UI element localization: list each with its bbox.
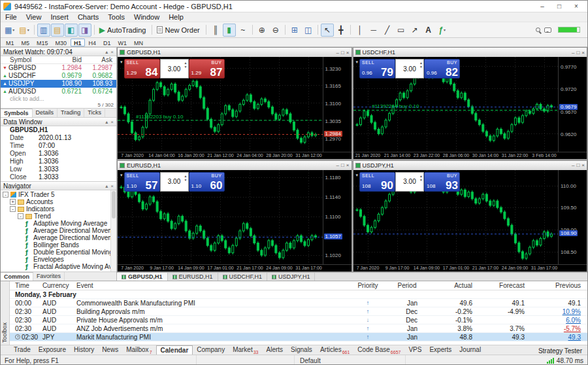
toolbox-side-strip[interactable]: Toolbox bbox=[1, 281, 10, 345]
maximize-button[interactable]: □ bbox=[551, 1, 568, 12]
sell-button[interactable]: SELL1.1057 bbox=[124, 172, 160, 192]
tab-journal[interactable]: Journal bbox=[455, 345, 485, 355]
sell-button[interactable]: SELL0.9679 bbox=[359, 59, 395, 78]
line-chart-button[interactable]: ~ bbox=[237, 24, 250, 37]
chart-close-button[interactable]: × bbox=[581, 162, 585, 168]
horizontal-line-button[interactable]: ─ bbox=[367, 24, 380, 37]
buy-button[interactable]: BUY0.9682 bbox=[424, 59, 460, 78]
strategy-tester-link[interactable]: Strategy Tester bbox=[533, 347, 587, 355]
chart-restore-button[interactable]: □ bbox=[576, 162, 580, 168]
tab-ticks[interactable]: Ticks bbox=[84, 109, 105, 117]
tab-articles[interactable]: Articles661 bbox=[316, 345, 353, 355]
chart-close-button[interactable]: × bbox=[346, 50, 350, 56]
search-icon[interactable] bbox=[536, 27, 540, 32]
column-bid[interactable]: Bid bbox=[48, 56, 82, 63]
new-chart-button[interactable]: ▦▾ bbox=[3, 24, 16, 37]
chart-title-bar[interactable]: EURUSD,H1 –□× bbox=[118, 161, 351, 170]
chart-close-button[interactable]: × bbox=[581, 50, 585, 56]
expand-icon[interactable]: + bbox=[10, 199, 16, 205]
spinner-icons[interactable]: ▲▼ bbox=[184, 61, 188, 69]
chart-minimize-button[interactable]: – bbox=[336, 162, 339, 168]
chart-plot-area[interactable]: ▾ SELL1.1057 3.00▲▼ BUY1.1060 bbox=[118, 170, 323, 265]
connection-status[interactable]: 48.70 ms bbox=[547, 357, 587, 364]
panel-close-icon[interactable]: × bbox=[110, 49, 114, 55]
menu-window[interactable]: Window bbox=[129, 12, 164, 22]
navigator-scrollbar[interactable] bbox=[110, 190, 116, 271]
tab-signals[interactable]: Signals bbox=[287, 345, 316, 355]
column-ask[interactable]: Ask bbox=[82, 56, 114, 63]
chart-tab-usdchf[interactable]: USDCHF,H1 bbox=[218, 273, 268, 281]
tree-item-indicator[interactable]: ƒFractal Adaptive Moving Aver bbox=[1, 263, 116, 270]
menu-charts[interactable]: Charts bbox=[73, 12, 103, 22]
timeframe-m5[interactable]: M5 bbox=[18, 39, 33, 46]
market-watch-row[interactable]: ▲ USDCHF 0.9679 0.9682 bbox=[1, 72, 116, 80]
timeframe-h1[interactable]: H1 bbox=[71, 39, 85, 46]
buy-button[interactable]: BUY1.1060 bbox=[189, 172, 225, 192]
collapse-icon[interactable]: - bbox=[18, 213, 24, 219]
minimize-button[interactable]: – bbox=[534, 1, 551, 12]
tree-item-indicator[interactable]: ƒDouble Exponential Moving Av bbox=[1, 249, 116, 256]
col-priority[interactable]: Priority bbox=[350, 282, 386, 289]
tab-favorites[interactable]: Favorites bbox=[33, 272, 65, 281]
spinner-icons[interactable]: ▲▼ bbox=[419, 61, 423, 69]
panel-menu-icon[interactable]: ▴ bbox=[105, 49, 108, 55]
indicators-button[interactable]: ƒ▾ bbox=[436, 24, 449, 37]
sell-button[interactable]: SELL1.2984 bbox=[124, 59, 160, 78]
profile-selector[interactable]: Default bbox=[295, 355, 406, 365]
column-symbol[interactable]: Symbol bbox=[1, 56, 48, 63]
cursor-button[interactable]: ↖ bbox=[321, 24, 334, 37]
tree-item-accounts[interactable]: +Accounts bbox=[1, 198, 116, 205]
buy-button[interactable]: BUY1.2987 bbox=[189, 59, 225, 78]
bar-chart-button[interactable]: ║ bbox=[209, 24, 222, 37]
chart-plot-area[interactable]: ▾ SELL0.9679 3.00▲▼ BUY0.9682 #11392204 … bbox=[353, 57, 559, 152]
calendar-row-selected[interactable]: 02:30 JPY Markit Manufacturing PMI ↑ Jan… bbox=[10, 333, 587, 341]
chart-title-bar[interactable]: USDCHF,H1 –□× bbox=[353, 48, 587, 57]
navigator-toggle[interactable]: ◧ bbox=[65, 24, 78, 37]
market-watch-title-bar[interactable]: Market Watch: 09:07:04 ▴× bbox=[1, 47, 116, 56]
col-event[interactable]: Event bbox=[76, 282, 350, 289]
tile-windows-button[interactable]: ⊞ bbox=[288, 24, 301, 37]
tab-news[interactable]: News bbox=[98, 345, 122, 355]
col-period[interactable]: Period bbox=[386, 282, 428, 289]
text-button[interactable]: A bbox=[422, 24, 435, 37]
col-previous[interactable]: Previous bbox=[531, 282, 587, 289]
lot-size-input[interactable]: 3.00▲▼ bbox=[160, 172, 189, 192]
tab-mailbox[interactable]: Mailbox7 bbox=[122, 345, 155, 355]
tree-item-indicator[interactable]: ƒAdaptive Moving Average bbox=[1, 220, 116, 227]
tab-market[interactable]: Market33 bbox=[229, 345, 262, 355]
spinner-icons[interactable]: ▲▼ bbox=[419, 174, 423, 182]
col-currency[interactable]: Currency bbox=[42, 282, 76, 289]
add-symbol-row[interactable]: click to add... bbox=[1, 96, 116, 102]
col-time[interactable]: Time bbox=[10, 282, 42, 289]
menu-help[interactable]: Help bbox=[164, 12, 188, 22]
chart-tab-usdjpy[interactable]: USDJPY,H1 bbox=[267, 273, 315, 281]
timeframe-m1[interactable]: M1 bbox=[3, 39, 18, 46]
timeframe-w1[interactable]: W1 bbox=[115, 39, 131, 46]
chart-title-bar[interactable]: USDJPY,H1 –□× bbox=[353, 161, 587, 170]
lot-size-input[interactable]: 3.00▲▼ bbox=[395, 59, 424, 78]
tab-symbols[interactable]: Symbols bbox=[1, 109, 33, 117]
arrows-button[interactable]: ↗ bbox=[408, 24, 421, 37]
lot-size-input[interactable]: 3.00▲▼ bbox=[160, 59, 189, 78]
calendar-row[interactable]: 02:30 AUD Private House Approvals m/m ↓ … bbox=[10, 316, 587, 324]
ocp-collapse-icon[interactable]: ▾ bbox=[120, 60, 123, 65]
tree-item-indicator[interactable]: ƒBollinger Bands bbox=[1, 241, 116, 249]
ocp-collapse-icon[interactable]: ▾ bbox=[120, 173, 123, 178]
tab-code-base[interactable]: Code Base6657 bbox=[353, 345, 404, 355]
navigator-title-bar[interactable]: Navigator ▴× bbox=[1, 181, 116, 190]
menu-file[interactable]: File bbox=[1, 12, 22, 22]
chart-minimize-button[interactable]: – bbox=[572, 50, 574, 56]
timeframe-m15[interactable]: M15 bbox=[33, 39, 52, 46]
data-window-toggle[interactable]: ▤ bbox=[51, 24, 64, 37]
chart-plot-area[interactable]: ▾ SELL10890 3.00▲▼ BUY10893 bbox=[353, 170, 559, 265]
data-window-title-bar[interactable]: Data Window ▴× bbox=[1, 117, 116, 126]
chart-tab-gbpusd[interactable]: GBPUSD,H1 bbox=[117, 273, 168, 281]
chart-plot-area[interactable]: ▾ SELL1.2984 3.00▲▼ BUY1.2987 #11392203 … bbox=[118, 57, 323, 152]
autotrading-button[interactable]: ▶AutoTrading bbox=[97, 24, 150, 37]
close-button[interactable]: × bbox=[568, 1, 585, 12]
tree-item-trend[interactable]: -Trend bbox=[1, 213, 116, 220]
buy-button[interactable]: BUY10893 bbox=[424, 172, 460, 192]
tree-item-indicator[interactable]: ƒEnvelopes bbox=[1, 256, 116, 263]
chart-restore-button[interactable]: □ bbox=[341, 50, 344, 56]
tree-item-root[interactable]: -IFX Trader 5 bbox=[1, 191, 116, 198]
